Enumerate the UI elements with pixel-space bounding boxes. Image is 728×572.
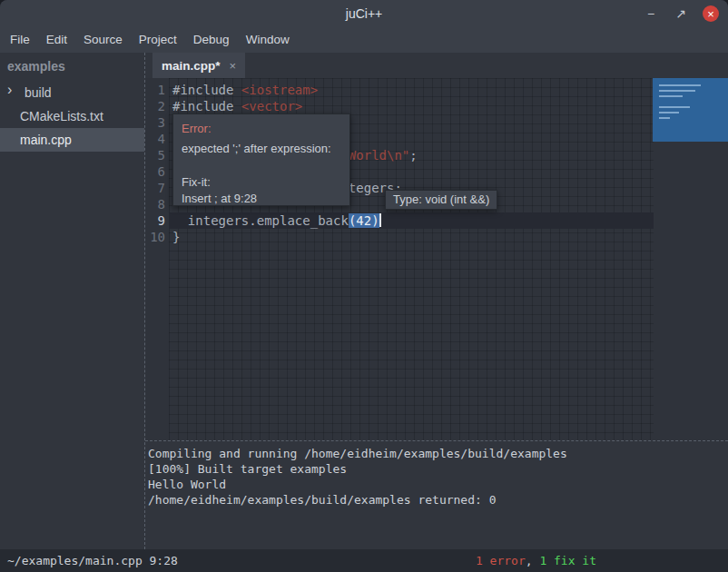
tab-label: main.cpp*: [162, 59, 221, 73]
status-bar: ~/examples/main.cpp 9:28 1 error, 1 fix …: [0, 549, 728, 572]
terminal-line: [100%] Built target examples: [148, 461, 725, 477]
minimap-line: [659, 112, 679, 113]
code-segment: }: [172, 230, 180, 244]
line-number: 9: [145, 212, 169, 229]
type-tooltip: Type: void (int &&): [385, 190, 497, 210]
line-number: 4: [145, 131, 169, 147]
code-segment: #include: [172, 83, 241, 97]
chevron-right-icon[interactable]: ›: [7, 82, 12, 98]
code-segment: <iostream>: [241, 83, 318, 97]
menu-edit[interactable]: Edit: [38, 27, 75, 53]
diagnostic-title: Error:: [182, 122, 341, 135]
project-name: examples: [0, 53, 144, 81]
code-line-2[interactable]: #include <vector>: [169, 98, 728, 114]
fixit-text: Insert ; at 9:28: [182, 192, 341, 205]
status-separator: ,: [526, 554, 540, 567]
line-number: 7: [145, 180, 169, 196]
menu-project[interactable]: Project: [131, 27, 185, 53]
tab-close-icon[interactable]: ×: [230, 59, 237, 73]
code-editor[interactable]: 12345678910 #include <iostream>#include …: [145, 78, 728, 440]
status-location: ~/examples/main.cpp 9:28: [7, 554, 178, 567]
minimap-line: [659, 90, 695, 92]
file-tree-panel: examples ›buildCMakeLists.txtmain.cpp: [0, 53, 145, 549]
code-segment: #include: [172, 99, 241, 113]
line-number: 10: [145, 229, 169, 245]
line-number: 3: [145, 114, 169, 131]
code-segment: (42): [349, 213, 379, 228]
text-cursor: [379, 213, 381, 227]
maximize-icon[interactable]: ↗: [673, 5, 689, 22]
menu-source[interactable]: Source: [75, 27, 131, 53]
file-list: ›buildCMakeLists.txtmain.cpp: [0, 81, 144, 152]
line-number: 5: [145, 147, 169, 163]
line-number: 8: [145, 196, 169, 212]
line-number: 2: [145, 98, 169, 114]
code-line-9[interactable]: integers.emplace_back(42): [169, 212, 654, 229]
menu-debug[interactable]: Debug: [185, 27, 238, 53]
code-segment: ;: [409, 148, 417, 163]
file-label: main.cpp: [20, 133, 72, 147]
file-label: CMakeLists.txt: [20, 109, 103, 123]
terminal-line: /home/eidheim/examples/build/examples re…: [148, 492, 725, 508]
line-number: 1: [145, 82, 169, 98]
file-label: build: [25, 85, 52, 100]
window-controls: − ↗ ×: [643, 5, 719, 22]
code-line-1[interactable]: #include <iostream>: [169, 82, 728, 98]
menu-file[interactable]: File: [2, 27, 38, 53]
file-item-main-cpp[interactable]: main.cpp: [0, 128, 144, 152]
status-fixit-count[interactable]: 1 fix it: [539, 554, 596, 567]
tab-bar: main.cpp* ×: [145, 53, 728, 78]
minimap[interactable]: [653, 78, 728, 142]
status-error-count[interactable]: 1 error: [476, 554, 526, 567]
minimize-icon[interactable]: −: [643, 5, 659, 22]
minimap-line: [659, 84, 701, 86]
menubar: FileEditSourceProjectDebugWindow: [0, 27, 728, 53]
minimap-line: [659, 95, 683, 97]
window-title: juCi++: [0, 6, 728, 21]
code-segment: integers.emplace_back: [172, 213, 349, 228]
app-window: juCi++ − ↗ × FileEditSourceProjectDebugW…: [0, 0, 728, 572]
minimap-line: [659, 117, 670, 119]
close-icon[interactable]: ×: [703, 5, 719, 22]
line-number: 6: [145, 163, 169, 180]
file-item-cmakelists-txt[interactable]: CMakeLists.txt: [0, 104, 144, 128]
file-item-build[interactable]: ›build: [0, 81, 144, 104]
code-line-10[interactable]: }: [169, 229, 728, 245]
terminal-line: Compiling and running /home/eidheim/exam…: [148, 446, 725, 461]
line-number-gutter: 12345678910: [145, 82, 169, 245]
tab-main-cpp[interactable]: main.cpp* ×: [152, 53, 245, 78]
diagnostic-message: expected ';' after expression:: [182, 142, 341, 155]
titlebar: juCi++ − ↗ ×: [0, 0, 728, 27]
terminal-line: Hello World: [148, 477, 725, 492]
code-segment: World\n": [349, 148, 409, 163]
diagnostic-tooltip: Error: expected ';' after expression: Fi…: [172, 113, 350, 206]
status-diagnostics: 1 error, 1 fix it: [476, 554, 596, 567]
output-terminal[interactable]: Compiling and running /home/eidheim/exam…: [145, 440, 728, 549]
content-area: examples ›buildCMakeLists.txtmain.cpp ma…: [0, 53, 728, 549]
menu-window[interactable]: Window: [238, 27, 298, 53]
fixit-label: Fix-it:: [182, 175, 341, 189]
code-segment: <vector>: [241, 99, 302, 113]
minimap-line: [659, 106, 690, 108]
editor-column: main.cpp* × 12345678910 #include <iostre…: [145, 53, 728, 549]
